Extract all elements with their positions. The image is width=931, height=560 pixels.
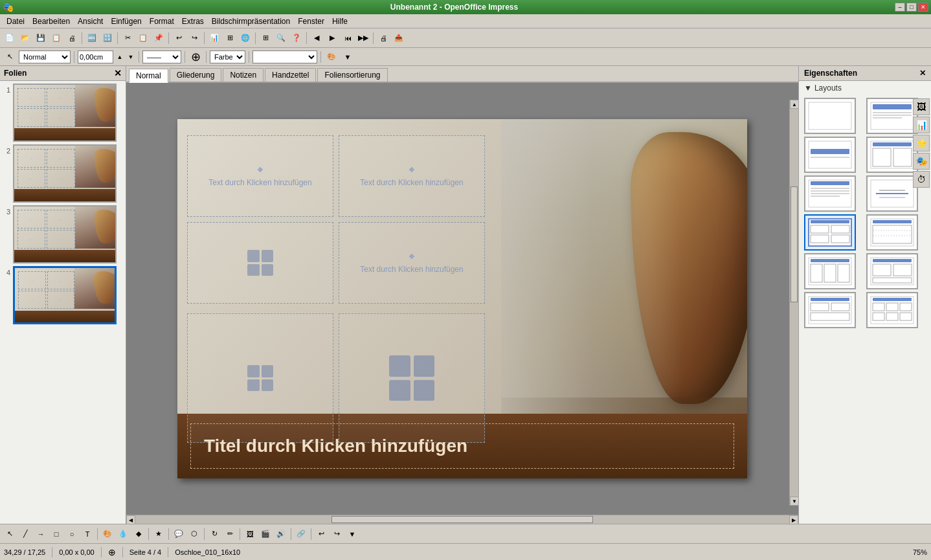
layout-1[interactable] (804, 98, 856, 134)
callout-button[interactable]: 💬 (172, 527, 186, 541)
table-button[interactable]: ⊞ (223, 31, 237, 45)
content-cell-4[interactable]: ❖ Text durch Klicken hinzufügen (339, 222, 485, 304)
menu-format[interactable]: Format (146, 16, 178, 27)
menu-datei[interactable]: Datei (3, 16, 28, 27)
layout-7[interactable] (804, 214, 856, 251)
line-tool-button[interactable]: ╱ (18, 527, 32, 541)
pencil-button[interactable]: ✏ (223, 527, 237, 541)
star-button[interactable]: ⭐ (913, 135, 930, 151)
scroll-right-button[interactable]: ▶ (789, 515, 798, 524)
minimize-button[interactable]: – (895, 3, 905, 12)
slide-thumb-1[interactable]: ... ... ... ... (13, 84, 117, 142)
layouts-collapse-icon[interactable]: ▼ (804, 84, 812, 93)
menu-bildschirm[interactable]: Bildschirmpräsentation (208, 16, 294, 27)
movie-button[interactable]: 🎬 (258, 527, 273, 541)
slide-prev-button[interactable]: ◀ (309, 31, 324, 45)
size-down-button[interactable]: ▼ (126, 50, 135, 64)
scroll-up-button[interactable]: ▲ (790, 100, 798, 109)
layout-2[interactable] (866, 98, 918, 134)
menu-hilfe[interactable]: Hilfe (328, 16, 352, 27)
save-button[interactable]: 💾 (34, 31, 48, 45)
slide-canvas[interactable]: ❖ Text durch Klicken hinzufügen ❖ Text d… (177, 119, 747, 478)
select-mode-button[interactable]: ↖ (3, 50, 17, 64)
layout-3[interactable] (804, 137, 856, 173)
zoom-button[interactable]: 🔍 (274, 31, 288, 45)
paste-button[interactable]: 📌 (151, 31, 166, 45)
effects-button[interactable]: 🎭 (913, 153, 930, 170)
color-dropdown[interactable]: Farbe (210, 50, 245, 63)
slide-item-1[interactable]: 1 ... ... ... ... (3, 84, 123, 142)
cut-button[interactable]: ✂ (120, 31, 135, 45)
title-placeholder[interactable]: Titel durch Klicken hinzufügen (190, 423, 734, 469)
slide-item-2[interactable]: 2 ... ... ... ... (3, 144, 123, 203)
stars-button[interactable]: ★ (151, 527, 166, 541)
flowchart-button[interactable]: ⬡ (187, 527, 201, 541)
tab-handzettel[interactable]: Handzettel (265, 68, 316, 82)
hscroll-thumb[interactable] (331, 516, 593, 523)
slide-start-button[interactable]: ⏮ (341, 31, 355, 45)
menu-bearbeiten[interactable]: Bearbeiten (28, 16, 74, 27)
redo2-button[interactable]: ↪ (330, 527, 344, 541)
grid-button[interactable]: ⊞ (258, 31, 273, 45)
chart-button[interactable]: 📊 (207, 31, 221, 45)
color-area-btn[interactable]: 🎨 (324, 50, 339, 64)
print-button[interactable]: 🖨 (65, 31, 79, 45)
spellcheck-button[interactable]: 🔤 (85, 31, 99, 45)
scroll-down-button[interactable]: ▼ (790, 497, 798, 506)
tab-notizen[interactable]: Notizen (223, 68, 264, 82)
layout-9[interactable] (804, 253, 856, 289)
line-style-btn[interactable]: ⊕ (188, 50, 203, 64)
undo2-button[interactable]: ↩ (314, 527, 328, 541)
print2-button[interactable]: 🖨 (376, 31, 390, 45)
slide-thumb-3[interactable]: ... ... ... ... (13, 205, 117, 263)
menu-einfuegen[interactable]: Einfügen (107, 16, 145, 27)
layout-10[interactable] (866, 253, 918, 289)
audio-button[interactable]: 🔊 (274, 527, 288, 541)
content-cell-1[interactable]: ❖ Text durch Klicken hinzufügen (187, 135, 333, 217)
image-button[interactable]: 🖼 (243, 527, 257, 541)
arrow-tool-button[interactable]: → (34, 527, 48, 541)
content-cell-2[interactable]: ❖ Text durch Klicken hinzufügen (339, 135, 485, 217)
gallery-button[interactable]: 🖼 (913, 98, 930, 115)
line-style-dropdown[interactable]: —— (142, 50, 181, 63)
help-button[interactable]: ❓ (289, 31, 304, 45)
size-up-button[interactable]: ▲ (115, 50, 124, 64)
close-button[interactable]: ✕ (918, 3, 928, 12)
size-input[interactable] (78, 50, 113, 63)
scroll-left-button[interactable]: ◀ (126, 515, 135, 524)
select-tool-button[interactable]: ↖ (3, 527, 17, 541)
text-tool-button[interactable]: T (80, 527, 95, 541)
tab-foliensortierung[interactable]: Foliensortierung (317, 68, 387, 82)
fill-color2-button[interactable]: 💧 (116, 527, 130, 541)
more-btn[interactable]: ▼ (341, 50, 355, 64)
layout-6[interactable] (866, 175, 918, 212)
menu-extras[interactable]: Extras (178, 16, 208, 27)
layout-12[interactable] (866, 292, 918, 328)
ellipse-tool-button[interactable]: ○ (65, 527, 79, 541)
layout-5[interactable] (804, 175, 856, 212)
chart-prop-button[interactable]: 📊 (913, 117, 930, 133)
maximize-button[interactable]: □ (906, 3, 917, 12)
font-dropdown[interactable] (252, 50, 317, 63)
slide-thumb-2[interactable]: ... ... ... ... (13, 144, 117, 203)
tab-normal[interactable]: Normal (129, 69, 168, 83)
menu-ansicht[interactable]: Ansicht (74, 16, 107, 27)
open-button[interactable]: 📂 (18, 31, 32, 45)
copy-button[interactable]: 📋 (136, 31, 150, 45)
slide-item-3[interactable]: 3 ... ... ... ... (3, 205, 123, 263)
export-button[interactable]: 📤 (392, 31, 406, 45)
shapes-button[interactable]: ◆ (131, 527, 146, 541)
slide-canvas-area[interactable]: ❖ Text durch Klicken hinzufügen ❖ Text d… (126, 83, 798, 515)
link-button[interactable]: 🔗 (294, 527, 308, 541)
vertical-scrollbar[interactable]: ▲ ▼ (789, 100, 798, 506)
scroll-thumb[interactable] (791, 186, 798, 303)
more2-button[interactable]: ▼ (345, 527, 359, 541)
timer-button[interactable]: ⏱ (913, 171, 930, 188)
style-dropdown[interactable]: Normal (19, 50, 71, 63)
slide-next-button[interactable]: ▶ (325, 31, 339, 45)
rotate-button[interactable]: ↻ (207, 527, 221, 541)
scroll-track[interactable] (790, 109, 798, 497)
slide-item-4[interactable]: 4 ... ... ... ... (3, 266, 123, 324)
slide-thumb-4[interactable]: ... ... ... ... (13, 266, 117, 324)
properties-close[interactable]: ✕ (919, 69, 926, 78)
